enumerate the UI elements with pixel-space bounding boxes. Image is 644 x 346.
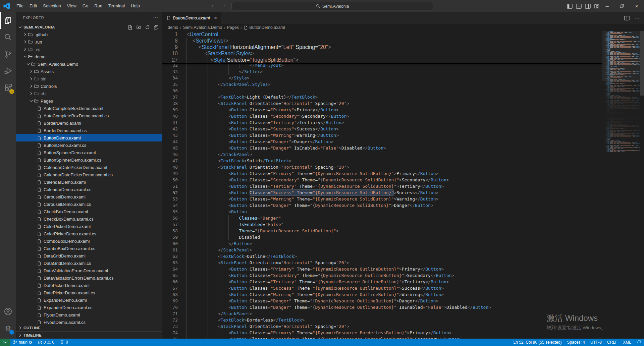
panel-outline[interactable]: OUTLINE [16, 324, 162, 331]
tree-file-ExpanderDemo-axaml[interactable]: ExpanderDemo.axaml [16, 296, 162, 304]
code-line-47[interactable]: 47 <TextBlock>Solid</TextBlock> [162, 158, 644, 164]
menu-item-edit[interactable]: Edit [26, 2, 40, 10]
code-line-8[interactable]: 8 <ScrollViewer> [162, 38, 602, 44]
toggle-secondary-sidebar-icon[interactable] [585, 4, 591, 9]
menu-item-go[interactable]: Go [79, 2, 91, 10]
toggle-sidebar-icon[interactable] [567, 4, 573, 9]
tree-file-DataValidationErrorsDemo-axaml-cs[interactable]: DataValidationErrorsDemo.axaml.cs [16, 274, 162, 282]
code-line-37[interactable]: 37 <TextBlock>Light (Default)</TextBlock… [162, 94, 644, 100]
code-line-45[interactable]: 45 <Button Classes="Danger" IsEnabled="F… [162, 145, 644, 151]
code-line-56[interactable]: 56 Classes="Danger" [162, 215, 644, 221]
code-line-62[interactable]: 62 <TextBlock>Outline</TextBlock> [162, 253, 644, 260]
run-and-debug-icon[interactable] [0, 62, 16, 79]
code-line-41[interactable]: 41 <Button Classes="Tertiary">Tertiary</… [162, 119, 644, 126]
code-line-70[interactable]: 70 <Button Classes="Danger" Theme="{Dyna… [162, 304, 644, 310]
tree-folder--run[interactable]: .run [16, 38, 162, 46]
code-line-52[interactable]: 52 <Button Classes="Success" Theme="{Dyn… [162, 189, 644, 196]
menu-item-run[interactable]: Run [91, 2, 105, 10]
back-arrow-icon[interactable]: ← [211, 2, 216, 8]
code-line-64[interactable]: 64 <Button Classes="Primary" Theme="{Dyn… [162, 266, 644, 272]
code-line-48[interactable]: 48 <StackPanel Orientation="Horizontal" … [162, 164, 644, 170]
tree-file-ComboBoxDemo-axaml-cs[interactable]: ComboBoxDemo.axaml.cs [16, 245, 162, 252]
tree-file-DatePickerDemo-axaml[interactable]: DatePickerDemo.axaml [16, 282, 162, 289]
tree-folder--github[interactable]: .github [16, 31, 162, 38]
refresh-explorer-icon[interactable] [144, 24, 150, 30]
code-line-54[interactable]: 54 <Button Classes="Danger" Theme="{Dyna… [162, 202, 644, 209]
notifications-bell[interactable] [634, 339, 644, 346]
tree-folder-Semi-Avalonia-Demo[interactable]: Semi.Avalonia.Demo [16, 60, 162, 68]
encoding[interactable]: UTF-8 [588, 339, 604, 346]
code-line-69[interactable]: 69 <Button Classes="Danger" Theme="{Dyna… [162, 298, 644, 304]
ports-status[interactable]: 0 [57, 339, 71, 346]
code-line-65[interactable]: 65 <Button Classes="Secondary" Theme="{D… [162, 272, 644, 279]
tree-folder-obj[interactable]: obj [16, 90, 162, 97]
menu-item-help[interactable]: Help [128, 2, 143, 10]
tree-file-FlyoutDemo-axaml[interactable]: FlyoutDemo.axaml [16, 311, 162, 319]
tree-folder-Pages[interactable]: Pages [16, 97, 162, 105]
menu-item-selection[interactable]: Selection [40, 2, 64, 10]
code-line-63[interactable]: 63 <StackPanel Orientation="Horizontal" … [162, 260, 644, 266]
code-line-1[interactable]: 1<UserControl [162, 31, 602, 38]
code-line-58[interactable]: 58 Theme="{DynamicResource SolidButton}"… [162, 228, 644, 234]
extensions-icon[interactable]: ⚠ [0, 79, 16, 96]
forward-arrow-icon[interactable]: → [221, 2, 226, 8]
explorer-icon[interactable] [0, 12, 16, 29]
tree-file-ExpanderDemo-axaml-cs[interactable]: ExpanderDemo.axaml.cs [16, 304, 162, 311]
code-line-50[interactable]: 50 <Button Classes="Secondary" Theme="{D… [162, 177, 644, 183]
tree-file-CheckBoxDemo-axaml-cs[interactable]: CheckBoxDemo.axaml.cs [16, 215, 162, 223]
code-line-59[interactable]: 59 Disabled [162, 234, 644, 240]
code-line-33[interactable]: 33 </Setter> [162, 68, 644, 75]
tree-file-ButtonSpinnerDemo-axaml-cs[interactable]: ButtonSpinnerDemo.axaml.cs [16, 156, 162, 164]
code-line-35[interactable]: 35 </StackPanel.Styles> [162, 81, 644, 88]
code-line-40[interactable]: 40 <Button Classes="Secondary">Secondary… [162, 113, 644, 119]
code-line-66[interactable]: 66 <Button Classes="Tertiary" Theme="{Dy… [162, 279, 644, 285]
code-line-60[interactable]: 60 </Button> [162, 240, 644, 247]
tree-file-CarouselDemo-axaml[interactable]: CarouselDemo.axaml [16, 193, 162, 200]
restore-button[interactable] [614, 0, 629, 12]
minimap[interactable] [602, 31, 640, 162]
editor-scrollbar[interactable] [640, 31, 644, 339]
tree-file-BorderDemo-axaml[interactable]: BorderDemo.axaml [16, 119, 162, 127]
code-line-67[interactable]: 67 <Button Classes="Success" Theme="{Dyn… [162, 285, 644, 291]
remote-indicator[interactable]: >< [0, 339, 10, 346]
code-line-34[interactable]: 34 </Style> [162, 75, 644, 81]
tree-folder-Assets[interactable]: Assets [16, 68, 162, 75]
code-line-9[interactable]: 9 <StackPanel HorizontalAlignment="Left"… [162, 44, 602, 50]
code-line-27[interactable]: 27 <Style Selector="ToggleSplitButton"> [162, 57, 602, 63]
tree-file-CarouselDemo-axaml-cs[interactable]: CarouselDemo.axaml.cs [16, 200, 162, 208]
code-line-68[interactable]: 68 <Button Classes="Warning" Theme="{Dyn… [162, 291, 644, 298]
cursor-position[interactable]: Ln 52, Col 80 (55 selected) [511, 339, 565, 346]
code-line-38[interactable]: 38 <StackPanel Orientation="Horizontal" … [162, 100, 644, 107]
scrollbar-thumb[interactable] [640, 31, 644, 96]
tree-file-ButtonSpinnerDemo-axaml[interactable]: ButtonSpinnerDemo.axaml [16, 149, 162, 156]
indentation[interactable]: Spaces: 4 [565, 339, 588, 346]
eol-sequence[interactable]: CRLF [604, 339, 620, 346]
workspace-root-row[interactable]: SEMI.AVALONIA [16, 23, 162, 31]
new-folder-icon[interactable] [136, 24, 142, 30]
toggle-panel-icon[interactable] [576, 4, 582, 9]
tree-file-CalendarDemo-axaml[interactable]: CalendarDemo.axaml [16, 178, 162, 186]
panel-timeline[interactable]: TIMELINE [16, 331, 162, 339]
tree-file-CheckBoxDemo-axaml[interactable]: CheckBoxDemo.axaml [16, 208, 162, 215]
tree-file-DataGridDemo-axaml[interactable]: DataGridDemo.axaml [16, 252, 162, 260]
tree-file-ColorPickerDemo-axaml-cs[interactable]: ColorPickerDemo.axaml.cs [16, 230, 162, 237]
source-control-icon[interactable] [0, 46, 16, 62]
tree-file-ButtonDemo-axaml[interactable]: ButtonDemo.axaml [16, 134, 162, 141]
code-line-36[interactable]: 36 [162, 88, 644, 94]
tree-folder-demo[interactable]: demo [16, 53, 162, 60]
tree-file-CalendarDemo-axaml-cs[interactable]: CalendarDemo.axaml.cs [16, 186, 162, 193]
tree-folder-bin[interactable]: bin [16, 75, 162, 82]
tree-file-ColorPickerDemo-axaml[interactable]: ColorPickerDemo.axaml [16, 223, 162, 230]
code-line-43[interactable]: 43 <Button Classes="Warning">Warning</Bu… [162, 132, 644, 138]
code-line-49[interactable]: 49 <Button Classes="Primary" Theme="{Dyn… [162, 170, 644, 177]
menu-item-terminal[interactable]: Terminal [105, 2, 128, 10]
code-line-51[interactable]: 51 <Button Classes="Tertiary" Theme="{Dy… [162, 183, 644, 189]
problems-status[interactable]: 0 ⚠ 0 [35, 339, 57, 346]
menu-item-file[interactable]: File [13, 2, 26, 10]
tree-file-AutoCompleteBoxDemo-axaml[interactable]: AutoCompleteBoxDemo.axaml [16, 105, 162, 112]
collapse-folders-icon[interactable] [153, 24, 159, 30]
settings-gear-icon[interactable]: ⚙ 1 [0, 320, 16, 337]
tree-file-FlyoutDemo-axaml-cs[interactable]: FlyoutDemo.axaml.cs [16, 319, 162, 324]
code-line-53[interactable]: 53 <Button Classes="Warning" Theme="{Dyn… [162, 196, 644, 202]
code-line-39[interactable]: 39 <Button Classes="Primary">Primary</Bu… [162, 107, 644, 113]
